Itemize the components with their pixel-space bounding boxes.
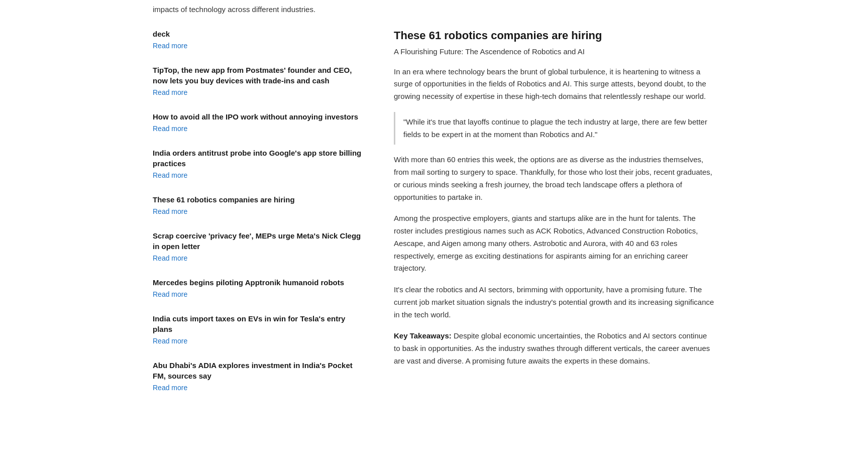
read-more-link[interactable]: Read more xyxy=(153,290,187,298)
article-title: Mercedes begins piloting Apptronik human… xyxy=(153,277,364,288)
article-body-p1: In an era where technology bears the bru… xyxy=(394,66,715,103)
article-body-p4: It's clear the robotics and AI sectors, … xyxy=(394,284,715,321)
read-more-link[interactable]: Read more xyxy=(153,384,187,392)
read-more-link[interactable]: Read more xyxy=(153,254,187,262)
article-detail: These 61 robotics companies are hiring A… xyxy=(394,29,715,377)
list-item: TipTop, the new app from Postmates' foun… xyxy=(153,65,364,96)
read-more-link[interactable]: Read more xyxy=(153,171,187,179)
list-item: Abu Dhabi's ADIA explores investment in … xyxy=(153,360,364,392)
list-item: India orders antitrust probe into Google… xyxy=(153,148,364,179)
list-item: deck Read more xyxy=(153,29,364,50)
article-title: deck xyxy=(153,29,364,39)
read-more-link[interactable]: Read more xyxy=(153,88,187,96)
read-more-link[interactable]: Read more xyxy=(153,207,187,215)
read-more-link[interactable]: Read more xyxy=(153,125,187,133)
read-more-link[interactable]: Read more xyxy=(153,42,187,50)
article-title: How to avoid all the IPO work without an… xyxy=(153,111,364,122)
article-body-p3: Among the prospective employers, giants … xyxy=(394,212,715,275)
list-item: India cuts import taxes on EVs in win fo… xyxy=(153,313,364,345)
list-item: How to avoid all the IPO work without an… xyxy=(153,111,364,133)
article-title: These 61 robotics companies are hiring xyxy=(153,194,364,205)
article-body-p2: With more than 60 entries this week, the… xyxy=(394,154,715,203)
article-blockquote: "While it's true that layoffs continue t… xyxy=(394,112,715,145)
article-title: Scrap coercive 'privacy fee', MEPs urge … xyxy=(153,230,364,252)
article-key-takeaways: Key Takeaways: Despite global economic u… xyxy=(394,330,715,367)
article-title: TipTop, the new app from Postmates' foun… xyxy=(153,65,364,86)
article-title: India orders antitrust probe into Google… xyxy=(153,148,364,169)
article-list: deck Read more TipTop, the new app from … xyxy=(153,29,364,407)
intro-text: impacts of technology across different i… xyxy=(153,0,715,29)
read-more-link[interactable]: Read more xyxy=(153,337,187,345)
article-subtitle: A Flourishing Future: The Ascendence of … xyxy=(394,47,715,56)
article-title: India cuts import taxes on EVs in win fo… xyxy=(153,313,364,334)
list-item: Mercedes begins piloting Apptronik human… xyxy=(153,277,364,298)
list-item: Scrap coercive 'privacy fee', MEPs urge … xyxy=(153,230,364,262)
list-item: These 61 robotics companies are hiring R… xyxy=(153,194,364,215)
article-heading: These 61 robotics companies are hiring xyxy=(394,29,715,43)
article-title: Abu Dhabi's ADIA explores investment in … xyxy=(153,360,364,381)
